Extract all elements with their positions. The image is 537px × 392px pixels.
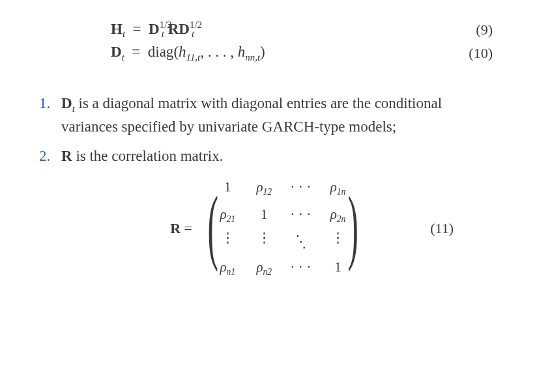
matrix-cell: ⋮ (218, 234, 237, 250)
equation-block: Ht = D1/2t RD1/2t (9) Dt = diag(h11,t, .… (111, 20, 498, 63)
matrix-cell: ρn2 (254, 259, 274, 277)
matrix-cell: ⋮ (328, 234, 348, 250)
equation-9: Ht = D1/2t RD1/2t (9) (111, 20, 498, 40)
matrix-cell: ρ12 (254, 179, 274, 197)
eq11-number: (11) (430, 220, 454, 237)
list-body-1: Dt is a diagonal matrix with diagonal en… (61, 92, 498, 138)
eq9-math: Ht = D1/2t RD1/2t (111, 20, 194, 40)
list-item-2: 2. R is the correlation matrix. (39, 145, 498, 167)
matrix-cell: · · · (291, 206, 311, 225)
list-number-2: 2. (39, 145, 61, 167)
equation-10: Dt = diag(h11,t, . . . , hnn,t) (10) (111, 44, 498, 63)
matrix-cell: · · · (291, 179, 311, 197)
matrix-cell: ⋮ (254, 234, 274, 250)
matrix-cell: 1 (254, 206, 274, 225)
eq10-number: (10) (469, 45, 498, 62)
matrix-wrap: R = ( 1 ρ12 · · · ρ1n ρ21 1 · · · ρ2n ⋮ … (170, 179, 367, 278)
matrix-cell: 1 (328, 259, 348, 277)
definition-list: 1. Dt is a diagonal matrix with diagonal… (39, 92, 498, 167)
list-number-1: 1. (39, 92, 61, 138)
matrix-cell: · · · (291, 259, 311, 277)
eq9-number: (9) (476, 21, 498, 38)
matrix-cell: ⋱ (291, 234, 311, 250)
matrix-cell: ρn1 (218, 259, 237, 277)
right-paren: ) (347, 189, 358, 262)
matrix-cell: 1 (218, 179, 237, 197)
matrix-cell: ρ21 (218, 206, 237, 225)
matrix-label: R = (170, 220, 192, 237)
eq10-math: Dt = diag(h11,t, . . . , hnn,t) (111, 44, 265, 63)
correlation-matrix: 1 ρ12 · · · ρ1n ρ21 1 · · · ρ2n ⋮ ⋮ ⋱ ⋮ … (218, 179, 347, 278)
left-paren: ( (207, 189, 218, 262)
matrix-cell: ρ1n (328, 179, 348, 197)
matrix-cell: ρ2n (328, 206, 348, 225)
page-content: Ht = D1/2t RD1/2t (9) Dt = diag(h11,t, .… (0, 0, 537, 303)
list-body-2: R is the correlation matrix. (61, 145, 498, 167)
list-item-1: 1. Dt is a diagonal matrix with diagonal… (39, 92, 498, 138)
equation-11: R = ( 1 ρ12 · · · ρ1n ρ21 1 · · · ρ2n ⋮ … (78, 179, 459, 278)
